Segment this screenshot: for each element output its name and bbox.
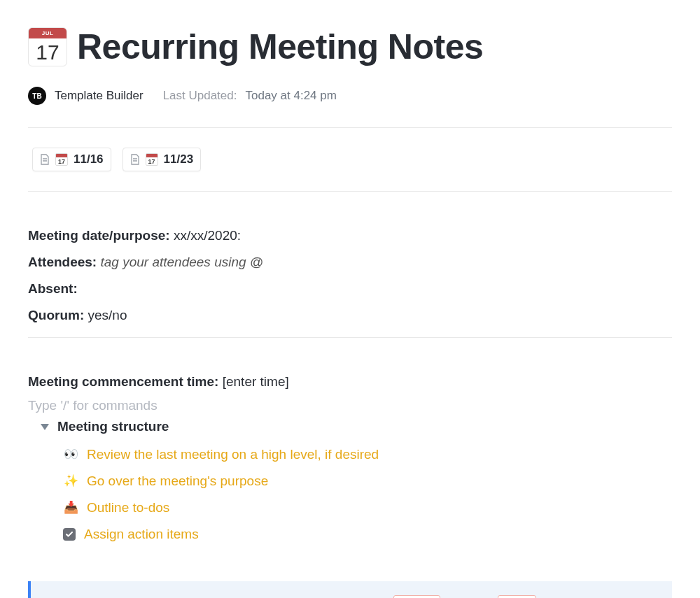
- code-toggle: /toggle: [393, 595, 440, 598]
- author-avatar[interactable]: TB: [28, 87, 46, 105]
- updated-label: Last Updated:: [163, 89, 237, 103]
- toggle-block[interactable]: Meeting structure: [41, 419, 672, 434]
- field-quorum[interactable]: Quorum: yes/no: [28, 302, 672, 329]
- checkbox-checked-icon: [63, 528, 76, 541]
- item-text: Review the last meeting on a high level,…: [87, 441, 379, 468]
- calendar-icon: JUL 17: [28, 27, 67, 66]
- page-title: Recurring Meeting Notes: [77, 27, 483, 67]
- item-text: Assign action items: [84, 521, 199, 548]
- field-value: [enter time]: [223, 374, 289, 389]
- code-enter: enter: [498, 595, 536, 598]
- field-label: Meeting commencement time:: [28, 374, 218, 389]
- calendar-icon: 17: [55, 153, 68, 166]
- field-attendees[interactable]: Attendees: tag your attendees using @: [28, 249, 672, 276]
- linked-pages-row: 17 11/16 17 11/23: [28, 128, 672, 191]
- eyes-icon: 👀: [63, 443, 78, 467]
- toggle-title: Meeting structure: [57, 419, 169, 434]
- slash-command-placeholder[interactable]: Type '/' for commands: [28, 398, 672, 413]
- inbox-icon: 📥: [63, 496, 78, 520]
- field-label: Meeting date/purpose:: [28, 228, 170, 243]
- item-text: Outline to-dos: [87, 494, 169, 521]
- field-value: yes/no: [88, 308, 127, 322]
- advanced-callout: Advanced: Use toggle to collapse informa…: [28, 581, 672, 598]
- meeting-info-section[interactable]: Meeting date/purpose: xx/xx/2020: Attend…: [28, 192, 672, 337]
- sparkles-icon: ✨: [63, 469, 78, 493]
- document-icon: [130, 154, 140, 165]
- calendar-icon-day: 17: [29, 38, 66, 66]
- linked-page-chip[interactable]: 17 11/23: [122, 148, 202, 171]
- author-name: Template Builder: [55, 89, 144, 103]
- meta-row: TB Template Builder Last Updated: Today …: [28, 87, 672, 105]
- field-value: tag your attendees using @: [100, 255, 263, 269]
- document-icon: [40, 154, 50, 165]
- chevron-down-icon[interactable]: [41, 424, 49, 430]
- list-item[interactable]: 👀 Review the last meeting on a high leve…: [63, 441, 672, 468]
- list-item[interactable]: Assign action items: [63, 521, 672, 548]
- updated-value: Today at 4:24 pm: [245, 89, 336, 103]
- field-label: Quorum:: [28, 308, 84, 322]
- calendar-icon: 17: [146, 153, 158, 166]
- title-row: JUL 17 Recurring Meeting Notes: [28, 27, 672, 67]
- meeting-structure-list: 👀 Review the last meeting on a high leve…: [63, 441, 672, 548]
- field-absent[interactable]: Absent:: [28, 276, 672, 302]
- calendar-icon-month: JUL: [29, 28, 66, 38]
- field-label: Attendees:: [28, 255, 97, 269]
- field-commencement[interactable]: Meeting commencement time: [enter time]: [28, 369, 672, 395]
- list-item[interactable]: 📥 Outline to-dos: [63, 494, 672, 521]
- item-text: Go over the meeting's purpose: [87, 468, 268, 494]
- linked-page-chip[interactable]: 17 11/16: [32, 148, 111, 171]
- field-value: xx/xx/2020:: [174, 228, 241, 243]
- list-item[interactable]: ✨ Go over the meeting's purpose: [63, 468, 672, 494]
- commencement-section[interactable]: Meeting commencement time: [enter time] …: [28, 338, 672, 548]
- chip-label: 11/16: [74, 152, 104, 166]
- field-meeting-date[interactable]: Meeting date/purpose: xx/xx/2020:: [28, 222, 672, 249]
- chip-label: 11/23: [164, 152, 194, 166]
- field-label: Absent:: [28, 281, 78, 296]
